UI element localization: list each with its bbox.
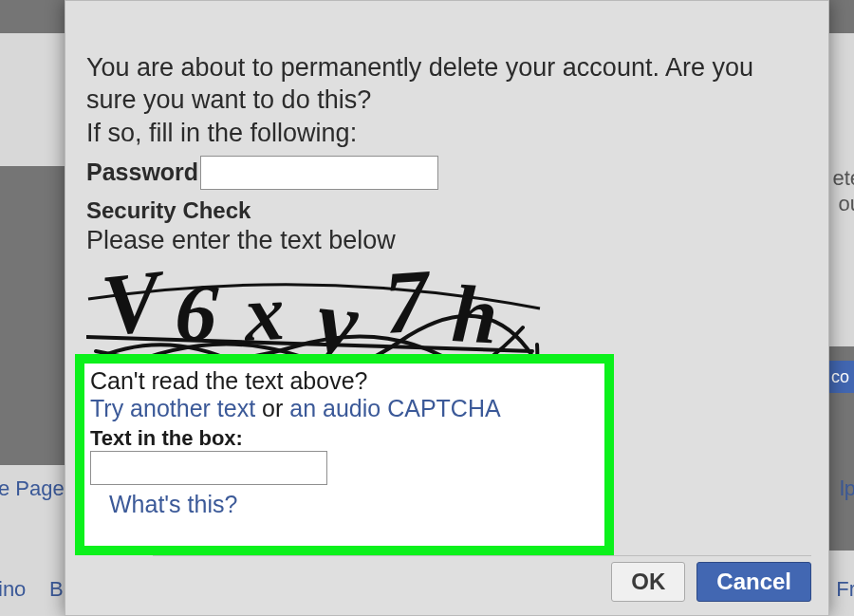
security-instruction: Please enter the text below <box>86 226 808 255</box>
audio-captcha-link[interactable]: an audio CAPTCHA <box>289 395 500 421</box>
try-line: Try another text or an audio CAPTCHA <box>90 395 599 422</box>
bg-text: ou <box>839 192 854 216</box>
security-check-label: Security Check <box>86 197 808 224</box>
bg-panel <box>0 33 65 166</box>
text-in-box-label: Text in the box: <box>90 426 599 451</box>
svg-text:6: 6 <box>173 265 221 360</box>
dialog-footer: OK Cancel <box>611 562 811 602</box>
svg-text:V: V <box>97 261 171 354</box>
bg-blue-button[interactable]: co <box>827 361 854 393</box>
bg-link-b[interactable]: B <box>49 577 64 602</box>
password-label: Password <box>86 159 198 186</box>
whats-this-link[interactable]: What's this? <box>109 491 599 518</box>
divider <box>153 555 811 556</box>
cancel-button[interactable]: Cancel <box>696 562 811 602</box>
svg-text:7: 7 <box>381 261 436 352</box>
delete-account-dialog: You are about to permanently delete your… <box>65 0 829 616</box>
fill-in-instruction: If so, fill in the following: <box>86 119 808 148</box>
bg-link-fr[interactable]: Fr <box>836 577 854 602</box>
bg-text: ete <box>832 166 854 191</box>
bg-link-page[interactable]: e Page <box>0 476 65 501</box>
svg-text:h: h <box>450 268 500 361</box>
svg-text:x: x <box>240 267 287 357</box>
cant-read-text: Can't read the text above? <box>90 367 599 395</box>
password-input[interactable] <box>200 156 438 190</box>
try-or: or <box>255 395 289 421</box>
ok-button[interactable]: OK <box>611 562 685 602</box>
bg-link-lp[interactable]: lp <box>840 476 854 501</box>
try-another-text-link[interactable]: Try another text <box>90 395 255 421</box>
warning-message: You are about to permanently delete your… <box>86 52 808 117</box>
bg-link-bino[interactable]: ino <box>0 577 26 602</box>
captcha-input[interactable] <box>90 451 327 485</box>
captcha-help-highlight: Can't read the text above? Try another t… <box>75 354 614 555</box>
